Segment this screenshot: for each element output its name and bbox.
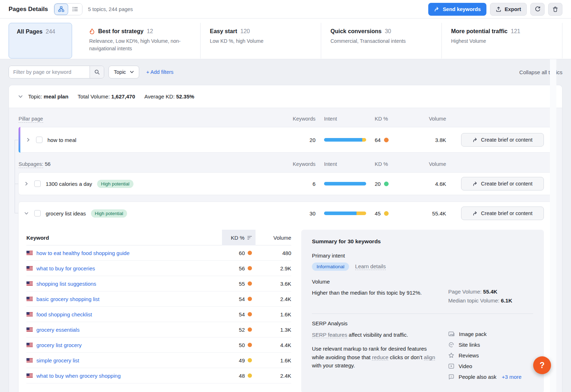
tree-connector [15, 140, 15, 213]
tab-best-for-strategy[interactable]: Best for strategy 12 Relevance, Low KD%,… [80, 23, 201, 58]
subpage-row: 1300 calories a day High potential 6 20 … [18, 172, 553, 195]
tree-view-button[interactable] [54, 4, 68, 15]
topic-content: Pillar page Keywords Intent KD % Volume … [9, 108, 562, 392]
brief-arrow-icon [473, 211, 478, 216]
top-header: Pages Details 5 topics, 244 pages [0, 0, 571, 19]
serp-analysis-title: SERP Analysis [312, 320, 533, 326]
keyword-volume: 480 [261, 250, 291, 256]
row-checkbox[interactable] [34, 180, 41, 187]
scrollbar-track[interactable] [550, 59, 556, 392]
us-flag-icon [26, 343, 33, 347]
collapse-chevron-icon[interactable] [24, 211, 29, 215]
create-brief-button[interactable]: Create brief or content [461, 207, 544, 220]
trash-icon [552, 6, 558, 12]
export-button[interactable]: Export [490, 3, 527, 16]
keyword-link[interactable]: what to buy for groceries [36, 265, 95, 271]
serp-features-link[interactable]: SERP features [312, 332, 347, 338]
sitemap-icon [58, 6, 64, 12]
expand-chevron-icon[interactable] [26, 138, 31, 142]
keyword-link[interactable]: basic grocery shopping list [36, 296, 100, 302]
subpages-label[interactable]: Subpages: [19, 161, 43, 168]
topic-collapse-chevron-icon[interactable] [18, 94, 23, 99]
help-button[interactable]: ? [533, 356, 551, 374]
subpage-keywords-count: 6 [287, 181, 315, 187]
subpage-intent-bar [324, 182, 366, 185]
keyword-volume: 3.6K [261, 281, 291, 287]
keyword-volume: 2.4K [261, 296, 291, 302]
keyword-link[interactable]: food shopping checklist [36, 311, 92, 317]
serp-feature-item: Image pack [448, 331, 521, 337]
keyword-row: grocery list grocery 50 4.4K [26, 337, 291, 353]
keyword-row: food shopping checklist 54 1.6K [26, 307, 291, 322]
summary-divider [312, 314, 533, 314]
keyword-link[interactable]: grocery list grocery [36, 342, 82, 348]
topic-total-volume: Total Volume: 1,627,470 [78, 93, 135, 100]
tab-easy-start[interactable]: Easy start 120 Low KD %, high Volume [201, 23, 321, 58]
keyword-link[interactable]: how to eat healthy food shopping guide [36, 250, 130, 256]
more-features-link[interactable]: +3 more [502, 374, 521, 380]
tab-easy-subtitle: Low KD %, high Volume [210, 37, 312, 45]
keyword-row: what to buy when grocery shopping 48 2.4… [26, 368, 291, 383]
add-filters-link[interactable]: + Add filters [146, 69, 173, 75]
subpage-title[interactable]: grocery list ideas [46, 210, 86, 217]
delete-button[interactable] [548, 3, 562, 16]
tab-more-subtitle: Highest Volume [451, 37, 553, 45]
primary-intent-label: Primary intent [312, 253, 533, 259]
col-volume: Volume [261, 235, 291, 241]
pillar-page-title[interactable]: how to meal [47, 137, 76, 143]
send-keywords-button[interactable]: Send keywords [428, 3, 486, 16]
brief-arrow-icon [473, 181, 478, 187]
serp-feature-item: Reviews [448, 352, 521, 358]
keyword-volume: 4.4K [261, 342, 291, 348]
reduce-link[interactable]: reduce [372, 354, 388, 361]
list-view-button[interactable] [68, 4, 82, 15]
serp-analysis-text: SERP features affect visibility and traf… [312, 331, 436, 385]
col-keyword: Keyword [26, 235, 217, 241]
keyword-link[interactable]: shopping list suggestions [36, 281, 96, 287]
col-kd-sortable[interactable]: KD % [222, 230, 256, 245]
chevron-down-icon [130, 71, 134, 73]
search-button[interactable] [90, 66, 104, 78]
keyword-link[interactable]: what to buy when grocery shopping [36, 373, 121, 379]
us-flag-icon [26, 358, 33, 362]
col-intent: Intent [324, 161, 366, 167]
topic-filter-dropdown[interactable]: Topic [108, 66, 139, 78]
create-brief-button[interactable]: Create brief or content [461, 177, 544, 190]
tab-more-potential-traffic[interactable]: More potential traffic 121 Highest Volum… [442, 23, 562, 58]
subpage-title[interactable]: 1300 calories a day [46, 181, 92, 187]
pillar-row: how to meal 20 64 3.8K Create brief or c… [18, 127, 553, 153]
serp-feature-item: Site links [448, 342, 521, 348]
refresh-button[interactable] [530, 3, 545, 16]
send-keywords-label: Send keywords [443, 6, 481, 12]
subpage-kd-cell: 20 [375, 181, 409, 187]
align-link[interactable]: align [424, 354, 435, 361]
expand-chevron-icon[interactable] [24, 182, 29, 186]
serp-feature-item: ? People also ask +3 more [448, 374, 521, 380]
row-checkbox[interactable] [34, 210, 41, 217]
keyword-volume: 2.4K [261, 373, 291, 379]
tree-connector-stub [15, 213, 18, 213]
kd-level-dot [384, 138, 389, 142]
flame-icon [89, 28, 95, 35]
subpage-keywords-count: 30 [287, 210, 315, 217]
pillar-page-label[interactable]: Pillar page [19, 116, 43, 123]
tab-quick-conversions[interactable]: Quick conversions 30 Commercial, Transac… [321, 23, 442, 58]
tab-all-pages[interactable]: All Pages 244 [9, 23, 72, 58]
refresh-icon [535, 6, 541, 12]
page-volume-value: 55.4K [483, 289, 497, 295]
sort-descending-icon [247, 236, 252, 240]
create-brief-button[interactable]: Create brief or content [461, 133, 544, 147]
us-flag-icon [26, 251, 33, 255]
search-input[interactable] [9, 66, 90, 78]
tree-connector-stub [15, 140, 18, 140]
summary-title: Summary for 30 keywords [312, 238, 533, 245]
learn-details-link[interactable]: Learn details [355, 263, 386, 270]
intent-badge: Informational [312, 263, 349, 271]
col-intent: Intent [324, 116, 366, 122]
keyword-link[interactable]: grocery essentials [36, 327, 80, 333]
keyword-link[interactable]: simple grocery list [36, 357, 79, 363]
col-kd: KD % [375, 161, 409, 167]
search-icon [94, 69, 100, 75]
row-checkbox[interactable] [36, 137, 42, 143]
topic-filter-label: Topic [114, 69, 126, 75]
